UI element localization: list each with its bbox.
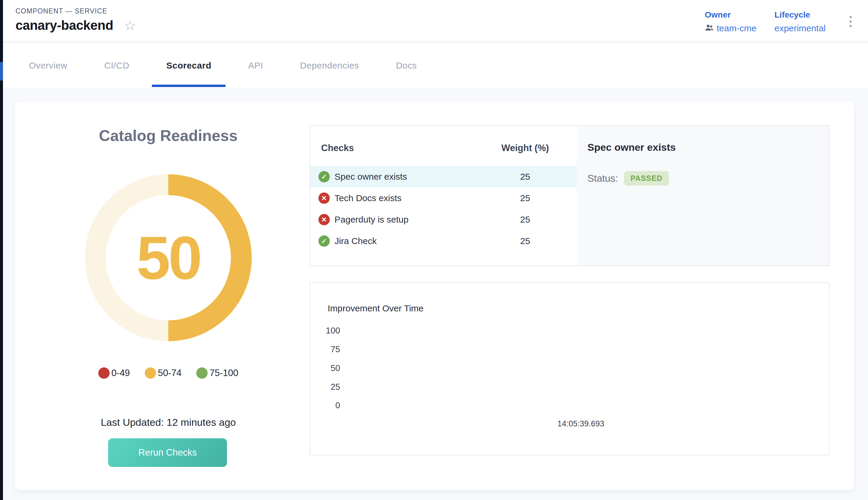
sidebar-active-indicator (0, 62, 3, 80)
legend-item-yellow: 50-74 (145, 367, 182, 379)
title-row: canary-backend ☆ (15, 18, 136, 33)
tab-dependencies[interactable]: Dependencies (286, 43, 373, 88)
check-failed-icon: ✕ (319, 214, 330, 225)
legend-dot-green (196, 367, 208, 379)
check-passed-icon: ✓ (319, 171, 330, 182)
favorite-star-icon[interactable]: ☆ (124, 19, 136, 32)
more-options-icon[interactable] (848, 14, 853, 29)
entity-header: COMPONENT — SERVICE canary-backend ☆ Own… (3, 0, 868, 42)
check-label: Pagerduty is setup (335, 215, 408, 225)
check-label: Jira Check (335, 236, 377, 246)
checks-column-header: Checks (321, 143, 354, 154)
check-label: Spec owner exists (335, 172, 407, 182)
tab-docs[interactable]: Docs (382, 43, 431, 88)
scorecard-title: Catalog Readiness (15, 127, 322, 145)
owner-label: Owner (705, 10, 756, 20)
owner-block: Owner team-cme (705, 10, 756, 33)
owner-value-row[interactable]: team-cme (705, 23, 756, 33)
lifecycle-value: experimental (774, 23, 826, 33)
table-row[interactable]: ✕ Pagerduty is setup 25 (310, 209, 577, 230)
y-axis-tick: 50 (316, 364, 340, 373)
legend-item-red: 0-49 (98, 367, 130, 379)
tab-overview[interactable]: Overview (15, 43, 82, 88)
legend-dot-yellow (145, 367, 156, 379)
gauge-score: 50 (136, 223, 200, 293)
lifecycle-block: Lifecycle experimental (774, 10, 826, 33)
check-weight: 25 (477, 215, 573, 225)
readiness-gauge: 50 (85, 174, 252, 341)
check-label: Tech Docs exists (335, 193, 402, 203)
entity-tabs: Overview CI/CD Scorecard API Dependencie… (3, 43, 868, 88)
check-passed-icon: ✓ (319, 235, 330, 247)
team-icon (705, 23, 714, 33)
status-row: Status: PASSED (587, 171, 669, 186)
page-title: canary-backend (15, 18, 113, 33)
legend-label-red: 0-49 (112, 368, 130, 378)
scorecard-card: Catalog Readiness 50 0-49 50-74 75-100 L… (15, 102, 854, 490)
table-row[interactable]: ✓ Jira Check 25 (310, 230, 577, 252)
check-weight: 25 (477, 172, 573, 182)
lifecycle-label: Lifecycle (774, 10, 826, 20)
check-weight: 25 (477, 193, 573, 203)
legend-label-green: 75-100 (209, 368, 238, 378)
table-row[interactable]: ✓ Spec owner exists 25 (310, 166, 577, 188)
tab-cicd[interactable]: CI/CD (90, 43, 143, 88)
last-updated-text: Last Updated: 12 minutes ago (15, 417, 322, 428)
y-axis-tick: 0 (316, 401, 340, 410)
rerun-checks-button[interactable]: Rerun Checks (108, 438, 227, 467)
legend-dot-red (98, 367, 109, 379)
y-axis-tick: 25 (316, 382, 340, 391)
sidebar-rail (0, 0, 3, 500)
checks-panel: Spec owner exists Status: PASSED Checks … (310, 125, 830, 266)
check-failed-icon: ✕ (319, 193, 330, 204)
y-axis-tick: 100 (316, 326, 340, 335)
x-axis-tick: 14:05:39.693 (551, 419, 611, 429)
check-detail-title: Spec owner exists (587, 141, 676, 153)
status-badge: PASSED (624, 171, 669, 186)
status-label: Status: (587, 173, 618, 184)
owner-link[interactable]: team-cme (717, 23, 756, 33)
checks-table: ✓ Spec owner exists 25 ✕ Tech Docs exist… (310, 166, 577, 252)
breadcrumb: COMPONENT — SERVICE (15, 7, 107, 15)
y-axis-tick: 75 (316, 345, 340, 354)
improvement-chart-panel: Improvement Over Time 100 75 50 25 0 14:… (310, 283, 830, 455)
legend-item-green: 75-100 (196, 367, 238, 379)
tab-api[interactable]: API (234, 43, 277, 88)
legend-label-yellow: 50-74 (158, 368, 182, 378)
chart-title: Improvement Over Time (328, 303, 424, 314)
table-row[interactable]: ✕ Tech Docs exists 25 (310, 188, 577, 209)
score-legend: 0-49 50-74 75-100 (15, 367, 322, 379)
check-weight: 25 (477, 236, 573, 246)
tab-scorecard[interactable]: Scorecard (152, 43, 225, 88)
weight-column-header: Weight (%) (477, 143, 573, 154)
check-detail-panel: Spec owner exists Status: PASSED (577, 126, 829, 265)
